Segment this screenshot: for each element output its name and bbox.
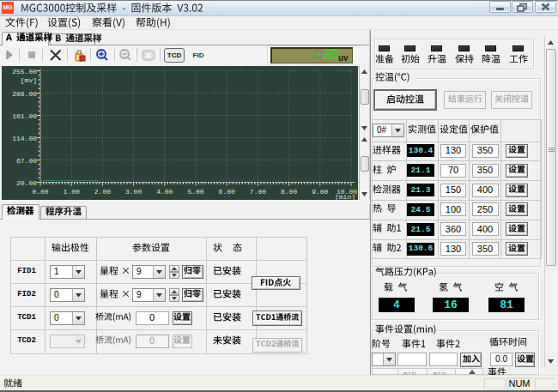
svg-text:0.00: 0.00 [32,188,48,196]
svg-text:7.00: 7.00 [250,188,266,196]
svg-text:161.00: 161.00 [12,112,37,120]
svg-text:255.00: 255.00 [12,68,37,75]
svg-text:20.00: 20.00 [16,179,37,187]
svg-text:8.00: 8.00 [281,188,297,196]
svg-text:[min]: [min] [335,193,355,200]
svg-text:4.00: 4.00 [156,188,173,196]
svg-text:114.00: 114.00 [12,135,37,142]
svg-text:[mv]: [mv] [21,76,37,84]
svg-text:1.00: 1.00 [64,188,80,196]
svg-text:5.00: 5.00 [187,188,203,196]
svg-text:2.00: 2.00 [94,188,111,196]
svg-text:67.00: 67.00 [16,157,37,165]
svg-text:3.00: 3.00 [125,188,142,196]
svg-text:9.00: 9.00 [312,188,328,196]
svg-text:208.00: 208.00 [12,90,37,98]
svg-text:6.00: 6.00 [219,188,235,196]
